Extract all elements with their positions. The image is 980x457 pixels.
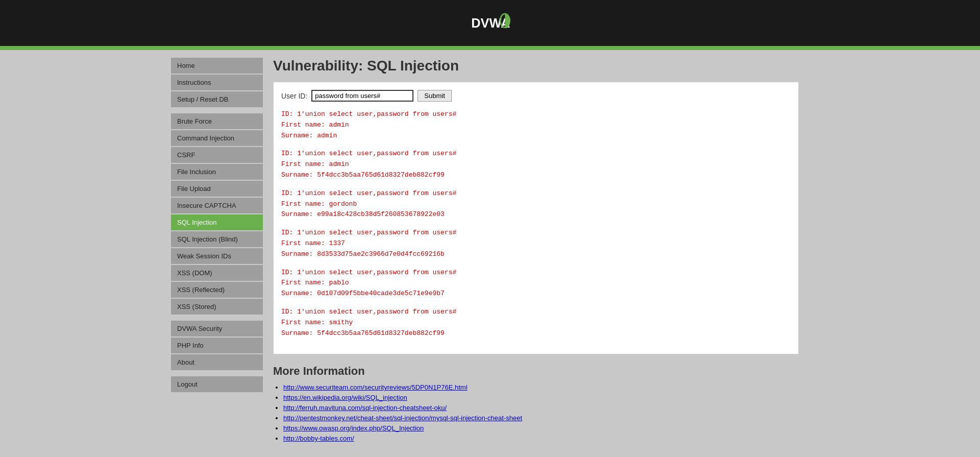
sidebar-item-csrf[interactable]: CSRF [171, 147, 263, 163]
sidebar-item-instructions[interactable]: Instructions [171, 75, 263, 90]
result-id-line: ID: 1'union select user,password from us… [281, 307, 791, 318]
green-bar [0, 46, 980, 50]
sidebar-item-command-injection[interactable]: Command Injection [171, 130, 263, 146]
sidebar-item-file-inclusion[interactable]: File Inclusion [171, 164, 263, 180]
sidebar-bottom-section: DVWA Security PHP Info About [171, 321, 263, 370]
user-id-input[interactable] [311, 90, 413, 102]
sidebar: Home Instructions Setup / Reset DB Brute… [171, 58, 263, 449]
sidebar-item-setup-reset-db[interactable]: Setup / Reset DB [171, 91, 263, 107]
result-surname: Surname: 0d107d09f5bbe40cade3de5c71e9e9b… [281, 288, 791, 299]
result-first-name: First name: gordonb [281, 199, 791, 210]
result-surname: Surname: 5f4dcc3b5aa765d61d8327deb882cf9… [281, 170, 791, 181]
sidebar-top-section: Home Instructions Setup / Reset DB [171, 58, 263, 107]
user-id-form: User ID: Submit [281, 90, 791, 102]
more-info-title: More Information [273, 365, 799, 378]
result-first-name: First name: admin [281, 159, 791, 170]
list-item: https://en.wikipedia.org/wiki/SQL_inject… [283, 393, 799, 401]
user-id-label: User ID: [281, 92, 307, 100]
main-content: Vulnerability: SQL Injection User ID: Su… [263, 58, 809, 449]
result-first-name: First name: 1337 [281, 238, 791, 249]
header: DVWA [0, 0, 980, 46]
more-info-link[interactable]: http://bobby-tables.com/ [283, 435, 354, 442]
sidebar-item-weak-session-ids[interactable]: Weak Session IDs [171, 248, 263, 264]
list-item: http://pentestmonkey.net/cheat-sheet/sql… [283, 414, 799, 422]
sidebar-item-sql-injection[interactable]: SQL Injection [171, 214, 263, 230]
sidebar-vuln-section: Brute Force Command Injection CSRF File … [171, 113, 263, 315]
sidebar-item-php-info[interactable]: PHP Info [171, 338, 263, 353]
result-block: ID: 1'union select user,password from us… [281, 228, 791, 259]
sidebar-item-home[interactable]: Home [171, 58, 263, 74]
result-id-line: ID: 1'union select user,password from us… [281, 268, 791, 278]
more-info-link[interactable]: http://ferruh.mavituna.com/sql-injection… [283, 404, 447, 412]
sidebar-item-brute-force[interactable]: Brute Force [171, 113, 263, 129]
list-item: http://ferruh.mavituna.com/sql-injection… [283, 403, 799, 412]
sidebar-item-dvwa-security[interactable]: DVWA Security [171, 321, 263, 336]
result-surname: Surname: admin [281, 131, 791, 141]
result-first-name: First name: pablo [281, 278, 791, 288]
list-item: https://www.owasp.org/index.php/SQL_Inje… [283, 424, 799, 432]
result-block: ID: 1'union select user,password from us… [281, 188, 791, 220]
result-block: ID: 1'union select user,password from us… [281, 307, 791, 339]
sidebar-item-xss-stored[interactable]: XSS (Stored) [171, 299, 263, 315]
content-box: User ID: Submit ID: 1'union select user,… [273, 82, 799, 354]
result-id-line: ID: 1'union select user,password from us… [281, 149, 791, 159]
more-info-list: http://www.securiteam.com/securityreview… [273, 383, 799, 442]
page-title: Vulnerability: SQL Injection [273, 58, 799, 74]
result-id-line: ID: 1'union select user,password from us… [281, 109, 791, 120]
result-surname: Surname: 5f4dcc3b5aa765d61d8327deb882cf9… [281, 328, 791, 339]
results-container: ID: 1'union select user,password from us… [281, 109, 791, 339]
result-block: ID: 1'union select user,password from us… [281, 149, 791, 180]
sidebar-item-xss-dom[interactable]: XSS (DOM) [171, 265, 263, 281]
result-first-name: First name: smithy [281, 318, 791, 328]
result-block: ID: 1'union select user,password from us… [281, 109, 791, 141]
list-item: http://bobby-tables.com/ [283, 434, 799, 442]
result-block: ID: 1'union select user,password from us… [281, 268, 791, 299]
more-info-link[interactable]: https://en.wikipedia.org/wiki/SQL_inject… [283, 394, 407, 401]
more-info-link[interactable]: http://pentestmonkey.net/cheat-sheet/sql… [283, 414, 522, 422]
list-item: http://www.securiteam.com/securityreview… [283, 383, 799, 391]
logo: DVWA [470, 5, 510, 41]
sidebar-item-logout[interactable]: Logout [171, 376, 263, 392]
result-surname: Surname: 8d3533d75ae2c3966d7e0d4fcc69216… [281, 249, 791, 260]
more-info-link[interactable]: https://www.owasp.org/index.php/SQL_Inje… [283, 424, 424, 432]
result-first-name: First name: admin [281, 120, 791, 131]
sidebar-item-about[interactable]: About [171, 354, 263, 370]
dvwa-logo-svg: DVWA [470, 5, 510, 41]
result-id-line: ID: 1'union select user,password from us… [281, 188, 791, 199]
sidebar-item-file-upload[interactable]: File Upload [171, 181, 263, 197]
sidebar-item-xss-reflected[interactable]: XSS (Reflected) [171, 282, 263, 298]
more-info-link[interactable]: http://www.securiteam.com/securityreview… [283, 383, 468, 391]
result-surname: Surname: e99a18c428cb38d5f260853678922e0… [281, 209, 791, 220]
result-id-line: ID: 1'union select user,password from us… [281, 228, 791, 238]
sidebar-item-sql-injection-blind[interactable]: SQL Injection (Blind) [171, 231, 263, 247]
submit-button[interactable]: Submit [418, 90, 451, 102]
sidebar-item-insecure-captcha[interactable]: Insecure CAPTCHA [171, 198, 263, 213]
